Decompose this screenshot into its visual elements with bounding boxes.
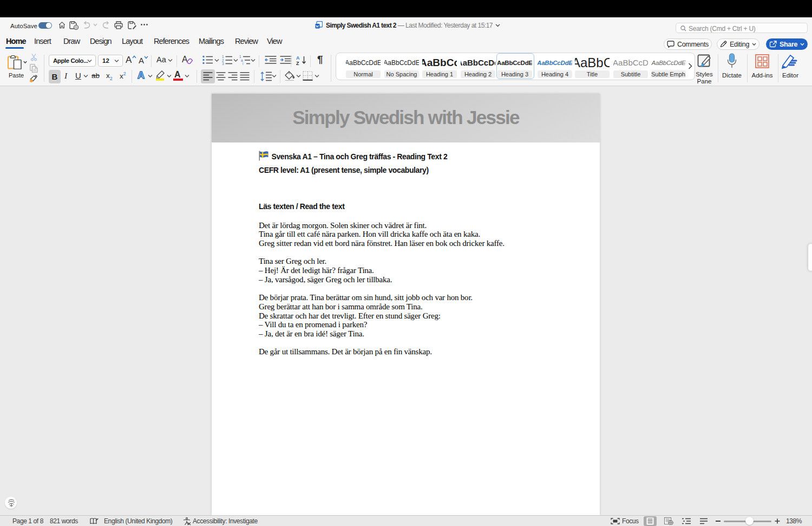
svg-text:i: i — [243, 62, 243, 65]
svg-text:3: 3 — [222, 62, 224, 65]
svg-text:A: A — [296, 55, 300, 61]
svg-text:Z: Z — [296, 61, 299, 66]
